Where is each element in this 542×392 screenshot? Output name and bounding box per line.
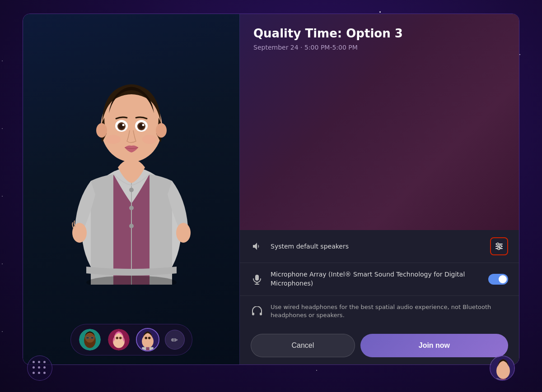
right-panel: Quality Time: Option 3 September 24 · 5:… xyxy=(240,14,519,364)
main-container: ✏ Quality Time: Option 3 September 24 · … xyxy=(23,14,519,365)
svg-rect-27 xyxy=(86,337,89,339)
avatar-option-3[interactable] xyxy=(136,328,159,351)
microphone-icon xyxy=(251,273,263,286)
svg-point-5 xyxy=(129,224,134,228)
bottom-user-avatar[interactable] xyxy=(490,355,515,381)
microphone-label: Microphone Array (Intel® Smart Sound Tec… xyxy=(271,270,481,288)
microphone-toggle[interactable] xyxy=(488,274,508,285)
avatar-option-1[interactable] xyxy=(78,328,102,351)
svg-point-34 xyxy=(119,337,121,340)
svg-point-43 xyxy=(497,243,499,245)
avatar-panel: ✏ xyxy=(23,14,240,364)
speaker-label: System default speakers xyxy=(271,242,483,251)
audio-settings-button[interactable] xyxy=(490,237,508,255)
svg-point-18 xyxy=(106,135,121,144)
svg-point-13 xyxy=(122,124,124,126)
dots-grid-icon xyxy=(33,361,47,375)
avatar-display xyxy=(55,23,208,285)
audio-settings: System default speakers xyxy=(240,230,519,327)
cancel-button[interactable]: Cancel xyxy=(251,334,355,357)
svg-point-20 xyxy=(72,223,87,243)
bottom-dots-button[interactable] xyxy=(27,355,52,381)
event-date: September 24 · 5:00 PM-5:00 PM xyxy=(253,44,505,51)
svg-rect-48 xyxy=(255,275,259,281)
speaker-icon xyxy=(251,240,263,253)
edit-icon: ✏ xyxy=(171,335,178,345)
svg-rect-51 xyxy=(252,313,254,315)
svg-point-3 xyxy=(129,188,134,192)
avatar-option-2[interactable] xyxy=(107,328,131,351)
avatar-selector: ✏ xyxy=(70,324,192,355)
svg-rect-39 xyxy=(146,347,149,350)
svg-point-4 xyxy=(129,206,134,210)
svg-point-9 xyxy=(156,123,167,138)
svg-point-41 xyxy=(148,337,150,340)
svg-rect-52 xyxy=(260,313,262,315)
svg-point-45 xyxy=(500,245,502,248)
svg-rect-28 xyxy=(90,337,93,339)
event-title: Quality Time: Option 3 xyxy=(253,27,505,40)
microphone-row: Microphone Array (Intel® Smart Sound Tec… xyxy=(240,263,519,295)
svg-point-40 xyxy=(145,337,147,340)
speaker-row: System default speakers xyxy=(240,230,519,263)
svg-point-19 xyxy=(142,135,157,144)
action-bar: Cancel Join now xyxy=(240,327,519,364)
svg-point-33 xyxy=(116,337,118,340)
svg-point-47 xyxy=(498,248,500,250)
headphone-tip-row: Use wired headphones for the best spatia… xyxy=(240,296,519,327)
edit-avatar-button[interactable]: ✏ xyxy=(165,330,185,350)
join-button[interactable]: Join now xyxy=(360,334,508,357)
headphone-tip-label: Use wired headphones for the best spatia… xyxy=(271,303,508,319)
headphone-icon xyxy=(251,305,263,318)
svg-point-17 xyxy=(142,124,144,126)
svg-point-21 xyxy=(176,223,191,243)
event-preview: Quality Time: Option 3 September 24 · 5:… xyxy=(240,14,519,230)
svg-point-8 xyxy=(96,123,107,138)
